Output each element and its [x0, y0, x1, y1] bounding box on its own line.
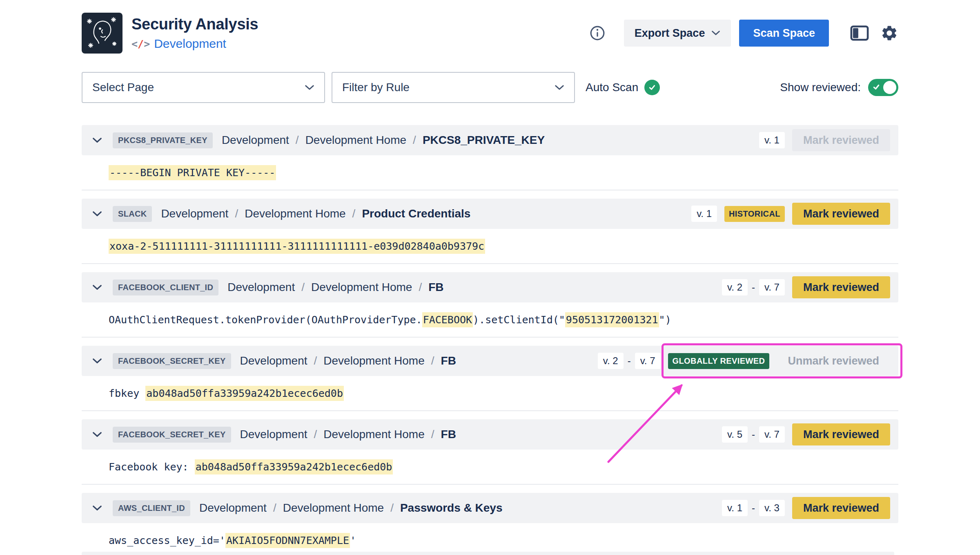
- rule-badge: FACEBOOK_SECRET_KEY: [113, 427, 231, 443]
- breadcrumb-item[interactable]: Development: [199, 501, 267, 515]
- breadcrumb-item[interactable]: Development: [240, 354, 307, 367]
- version-chip: v. 2: [722, 279, 748, 295]
- select-page-dropdown[interactable]: Select Page: [82, 72, 325, 103]
- version-range: v. 2-v. 7: [598, 353, 661, 369]
- breadcrumb: Development/Development Home/FB: [240, 354, 456, 367]
- breadcrumb-item[interactable]: Product Credentials: [362, 207, 470, 220]
- breadcrumb-separator: /: [431, 428, 434, 441]
- panel-toggle-button[interactable]: [850, 25, 869, 41]
- finding-header: PKCS8_PRIVATE_KEY Development/Developmen…: [82, 125, 898, 155]
- version-chip: v. 7: [635, 353, 661, 369]
- version-range: v. 1: [759, 132, 785, 148]
- breadcrumb-separator: /: [301, 281, 305, 294]
- finding-row: PKCS8_PRIVATE_KEY Development/Developmen…: [82, 125, 898, 190]
- breadcrumb-item[interactable]: PKCS8_PRIVATE_KEY: [423, 134, 545, 147]
- select-page-placeholder: Select Page: [92, 81, 154, 94]
- version-range: v. 1: [691, 206, 717, 222]
- breadcrumb-separator: /: [314, 354, 317, 367]
- review-action-button[interactable]: Mark reviewed: [792, 276, 890, 298]
- breadcrumb: Development/Development Home/FB: [240, 428, 456, 441]
- finding-header: SLACK Development/Development Home/Produ…: [82, 199, 898, 229]
- status-badge: GLOBALLY REVIEWED: [668, 353, 770, 369]
- breadcrumb-item[interactable]: FB: [441, 354, 456, 367]
- chevron-down-icon: [305, 85, 314, 91]
- chevron-down-icon: [711, 30, 720, 36]
- finding-actions: v. 1 HISTORICAL Mark reviewed: [691, 203, 890, 225]
- code-line: Facebook key: ab048ad50ffa33959a242b1ece…: [109, 461, 393, 473]
- code-segment: ab048ad50ffa33959a242b1ecec6ed0b: [195, 459, 393, 474]
- scan-space-button[interactable]: Scan Space: [739, 20, 829, 47]
- breadcrumb: Development/Development Home/PKCS8_PRIVA…: [222, 134, 545, 147]
- export-space-button[interactable]: Export Space: [624, 20, 731, 47]
- status-badge: HISTORICAL: [724, 206, 785, 222]
- finding-code-row: -----BEGIN PRIVATE KEY-----: [82, 155, 898, 190]
- breadcrumb-separator: /: [419, 281, 422, 294]
- code-line: aws_access_key_id='AKIAIO5FODNN7EXAMPLE': [109, 535, 356, 546]
- code-line: OAuthClientRequest.tokenProvider(OAuthPr…: [109, 314, 671, 326]
- expand-chevron-icon[interactable]: [92, 432, 102, 438]
- settings-button[interactable]: [880, 24, 898, 42]
- breadcrumb-item[interactable]: Development: [222, 134, 289, 147]
- page-title: Security Analysis: [131, 16, 258, 33]
- breadcrumb-separator: /: [390, 501, 394, 515]
- finding-header: FACEBOOK_CLIENT_ID Development/Developme…: [82, 272, 898, 302]
- breadcrumb-item[interactable]: Development Home: [245, 207, 345, 220]
- show-reviewed-toggle[interactable]: [868, 79, 898, 96]
- expand-chevron-icon[interactable]: [92, 358, 102, 364]
- expand-chevron-icon[interactable]: [92, 211, 102, 217]
- breadcrumb-item[interactable]: Development: [240, 428, 307, 441]
- code-segment: 950513172001321: [565, 312, 659, 327]
- breadcrumb-item[interactable]: Passwords & Keys: [400, 501, 503, 515]
- finding-row: FACEBOOK_SECRET_KEY Development/Developm…: [82, 419, 898, 485]
- breadcrumb-separator: /: [352, 207, 356, 220]
- finding-code-row: OAuthClientRequest.tokenProvider(OAuthPr…: [82, 302, 898, 338]
- review-action-button[interactable]: Mark reviewed: [792, 497, 890, 519]
- breadcrumb-item[interactable]: FB: [441, 428, 456, 441]
- breadcrumb-item[interactable]: Development Home: [305, 134, 406, 147]
- version-range: v. 2-v. 7: [722, 279, 785, 295]
- rule-badge: PKCS8_PRIVATE_KEY: [113, 132, 213, 148]
- breadcrumb-item[interactable]: Development Home: [283, 501, 384, 515]
- breadcrumb-item[interactable]: FB: [428, 281, 443, 294]
- code-segment: FACEBOOK: [422, 312, 473, 327]
- breadcrumb-separator: /: [235, 207, 238, 220]
- finding-code-row: xoxa-2-511111111-31111111111-31111111111…: [82, 229, 898, 264]
- auto-scan-label: Auto Scan: [586, 81, 638, 94]
- export-space-label: Export Space: [635, 27, 705, 40]
- version-range-dash: -: [628, 355, 631, 367]
- code-segment: aws_access_key_id=': [109, 535, 225, 546]
- version-chip: v. 7: [759, 279, 785, 295]
- review-action-button[interactable]: Mark reviewed: [792, 203, 890, 225]
- info-button[interactable]: [590, 25, 605, 41]
- breadcrumb-item[interactable]: Development Home: [323, 354, 424, 367]
- breadcrumb-item[interactable]: Development Home: [311, 281, 412, 294]
- rule-badge: FACEBOOK_SECRET_KEY: [113, 353, 231, 369]
- code-line: xoxa-2-511111111-31111111111-31111111111…: [109, 240, 485, 252]
- code-segment: AKIAIO5FODNN7EXAMPLE: [225, 533, 350, 548]
- scan-space-label: Scan Space: [753, 27, 815, 40]
- finding-row: AWS_CLIENT_ID Development/Development Ho…: [82, 493, 898, 555]
- expand-chevron-icon[interactable]: [92, 284, 102, 291]
- code-segment: Facebook key:: [109, 461, 195, 473]
- breadcrumb: Development/Development Home/Passwords &…: [199, 501, 503, 515]
- breadcrumb: Development/Development Home/Product Cre…: [161, 207, 470, 220]
- finding-actions: v. 1-v. 3 Mark reviewed: [722, 497, 890, 519]
- breadcrumb-item[interactable]: Development: [227, 281, 295, 294]
- panel-icon: [850, 25, 869, 41]
- filter-by-rule-dropdown[interactable]: Filter by Rule: [332, 72, 575, 103]
- review-action-button[interactable]: Unmark reviewed: [777, 350, 890, 372]
- finding-actions: v. 2-v. 7 GLOBALLY REVIEWED Unmark revie…: [598, 350, 890, 372]
- rule-badge: AWS_CLIENT_ID: [113, 500, 190, 516]
- expand-chevron-icon[interactable]: [92, 505, 102, 511]
- space-link[interactable]: Development: [154, 37, 226, 51]
- breadcrumb-item[interactable]: Development: [161, 207, 228, 220]
- version-chip: v. 7: [759, 426, 785, 443]
- code-segment: fbkey: [109, 387, 145, 399]
- rule-badge: FACEBOOK_CLIENT_ID: [113, 280, 218, 295]
- review-action-button[interactable]: Mark reviewed: [792, 423, 890, 445]
- code-icon: </>: [131, 38, 149, 50]
- expand-chevron-icon[interactable]: [92, 137, 102, 143]
- review-action-button[interactable]: Mark reviewed: [792, 129, 890, 151]
- code-segment: ab048ad50ffa33959a242b1ecec6ed0b: [145, 386, 344, 401]
- breadcrumb-item[interactable]: Development Home: [323, 428, 424, 441]
